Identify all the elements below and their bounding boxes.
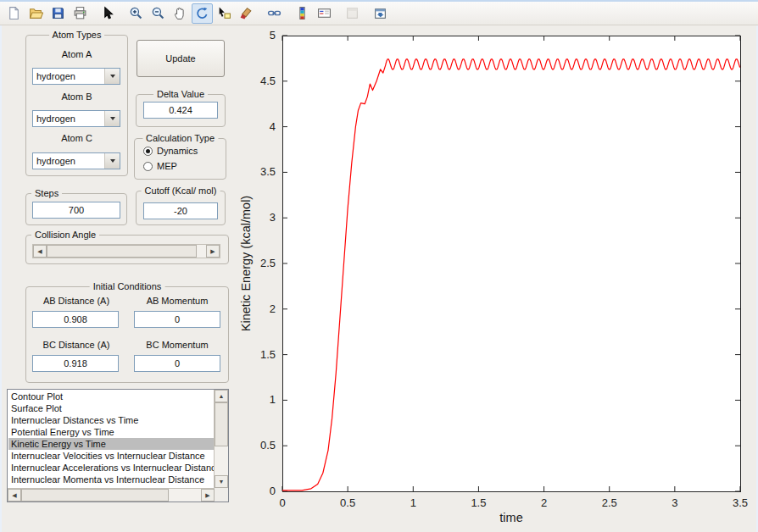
matlab-figure-window: Atom Types Atom A hydrogen Atom B hydrog… [0,0,758,532]
steps-field[interactable]: 700 [32,202,120,219]
brush-button[interactable] [236,3,257,24]
toolbar-separator [286,4,292,23]
bc-momentum-field[interactable]: 0 [134,355,220,372]
edit-plot-icon [101,6,115,20]
insert-colorbar-button[interactable] [292,3,313,24]
toolbar-separator [364,4,370,23]
atom-c-select[interactable]: hydrogen [32,152,120,169]
scroll-up-icon[interactable]: ▲ [215,390,228,402]
x-axis-label: time [499,511,522,524]
link-plot-button[interactable] [264,3,285,24]
rotate-3d-button[interactable] [192,3,213,24]
collision-angle-panel: Collision Angle ◀ ▶ [25,235,229,264]
radio-mep-icon[interactable] [143,162,153,171]
insert-colorbar-icon [295,6,309,20]
list-item[interactable]: Internuclear Momenta vs Internuclear Dis… [8,474,214,485]
x-tick-label: 3.5 [733,496,748,509]
atom-b-value: hydrogen [33,111,104,126]
horizontal-scroll-track[interactable] [21,489,201,502]
x-tick-label: 0 [279,496,285,509]
list-item[interactable]: Internuclear Velocities vs Internuclear … [8,450,214,462]
list-item[interactable]: Surface Plot [8,402,214,414]
ab-distance-field[interactable]: 0.908 [32,311,119,328]
y-tick-label: 1.5 [260,348,276,361]
listbox-vertical-scrollbar[interactable]: ▲ ▼ [214,390,228,488]
pan-button[interactable] [170,3,191,24]
scroll-right-icon[interactable]: ▶ [201,489,215,502]
zoom-out-button[interactable] [148,3,169,24]
x-tick-label: 1 [410,496,416,509]
zoom-in-button[interactable] [125,3,147,24]
zoom-in-icon [129,6,143,20]
calculation-type-panel: Calculation Type Dynamics MEP [134,138,226,180]
dock-figure-button[interactable] [370,3,391,24]
toolbar-separator [120,4,125,23]
slider-left-arrow-icon[interactable]: ◀ [33,245,47,258]
pan-icon [173,6,187,20]
vertical-scroll-thumb[interactable] [215,402,228,446]
atom-c-dropdown-icon[interactable] [104,153,120,169]
scrollbar-corner [215,488,228,502]
list-item[interactable]: Internuclear Accelerations vs Internucle… [8,462,214,474]
slider-right-arrow-icon[interactable]: ▶ [206,245,220,258]
vertical-scroll-track[interactable] [215,402,228,475]
y-tick-label: 4.5 [260,75,276,87]
list-item[interactable]: Kinetic Energy vs Time [8,438,214,450]
open-file-button[interactable] [25,3,47,24]
edit-plot-button[interactable] [98,3,119,24]
list-item[interactable]: Contour Plot [8,391,214,402]
y-tick-label: 5 [270,29,276,42]
insert-legend-button[interactable] [314,3,335,24]
bc-distance-field[interactable]: 0.918 [32,355,119,372]
atom-b-select[interactable]: hydrogen [32,110,120,127]
update-button[interactable]: Update [137,40,225,77]
scroll-down-icon[interactable]: ▼ [215,475,228,488]
update-button-label: Update [165,53,195,64]
radio-dynamics[interactable]: Dynamics [143,145,198,157]
horizontal-scroll-thumb[interactable] [21,489,169,502]
delta-value-field[interactable]: 0.424 [143,102,218,119]
save-figure-button[interactable] [47,3,69,24]
hide-plot-tools-icon [345,6,359,20]
y-tick-label: 0 [270,485,276,497]
new-figure-button[interactable] [3,3,25,24]
atom-a-dropdown-icon[interactable] [104,69,120,84]
toolbar-separator [258,4,264,23]
y-tick-label: 1 [270,393,276,406]
ab-momentum-field[interactable]: 0 [134,311,220,328]
print-figure-icon [73,6,87,20]
radio-mep[interactable]: MEP [143,160,177,172]
list-item[interactable]: Internuclear Distances vs Time [8,414,214,426]
list-item[interactable]: Potential Energy vs Time [8,426,214,438]
toolbar-separator [92,4,98,23]
atom-a-select[interactable]: hydrogen [32,68,120,85]
kinetic-energy-chart[interactable]: 00.511.522.533.500.511.522.533.544.55tim… [236,25,758,532]
cutoff-field[interactable]: -20 [143,202,218,219]
bc-momentum-label: BC Momentum [133,340,221,351]
y-tick-label: 2 [270,302,276,315]
slider-thumb[interactable] [47,245,197,258]
collision-angle-slider[interactable]: ◀ ▶ [32,244,220,258]
slider-track[interactable] [47,245,206,258]
toolbar [0,2,758,25]
listbox-horizontal-scrollbar[interactable]: ◀ ▶ [8,488,215,502]
scroll-left-icon[interactable]: ◀ [8,489,21,502]
atom-b-dropdown-icon[interactable] [104,111,120,126]
plot-type-listbox[interactable]: Contour PlotSurface PlotInternuclear Dis… [7,389,229,502]
y-axis-label: Kinetic Energy (kcal/mol) [239,196,253,331]
atom-c-label: Atom C [26,133,127,144]
collision-angle-title: Collision Angle [31,230,99,241]
print-figure-button[interactable] [70,3,91,24]
save-figure-icon [51,6,65,20]
open-file-icon [29,6,43,20]
radio-mep-label: MEP [157,161,177,171]
initial-conditions-panel: Initial Conditions AB Distance (A) AB Mo… [25,286,229,383]
plot-area[interactable]: 00.511.522.533.500.511.522.533.544.55tim… [236,25,758,532]
ab-distance-label: AB Distance (A) [31,296,121,307]
initial-conditions-title: Initial Conditions [90,281,165,292]
data-cursor-button[interactable] [214,3,235,24]
bc-distance-label: BC Distance (A) [31,340,121,351]
radio-dynamics-icon[interactable] [143,147,153,156]
plot-type-list: Contour PlotSurface PlotInternuclear Dis… [8,391,214,487]
x-tick-label: 2 [541,496,547,509]
